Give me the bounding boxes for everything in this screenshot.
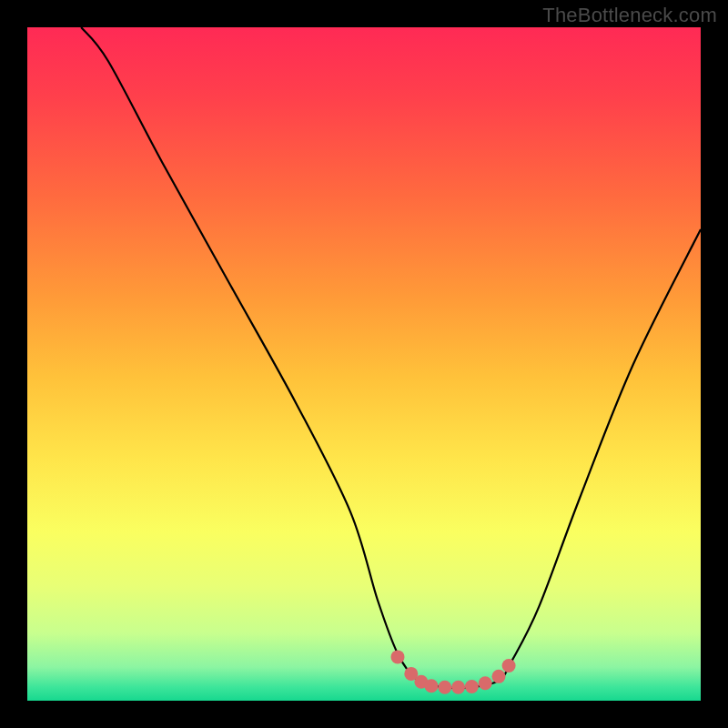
plot-area xyxy=(27,27,701,701)
highlight-dot xyxy=(479,676,492,690)
chart-frame: TheBottleneck.com xyxy=(0,0,728,728)
highlight-dot xyxy=(451,681,465,694)
highlight-dot xyxy=(492,670,506,683)
highlight-dot xyxy=(391,650,405,663)
watermark-text: TheBottleneck.com xyxy=(542,4,717,27)
highlight-dot xyxy=(438,681,451,694)
highlight-dot xyxy=(502,659,516,672)
highlight-dot xyxy=(465,680,479,693)
bottleneck-curve xyxy=(81,27,701,688)
highlight-dots xyxy=(391,650,516,693)
curve-svg xyxy=(27,27,701,701)
highlight-dot xyxy=(425,679,439,693)
